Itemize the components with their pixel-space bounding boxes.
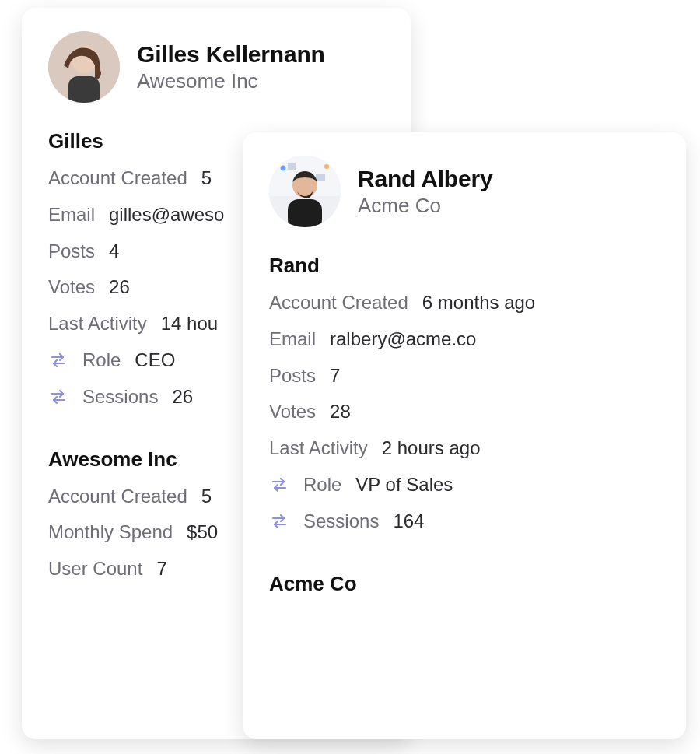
- field-value: 26: [109, 276, 130, 299]
- svg-point-7: [281, 166, 286, 171]
- field-label: Posts: [269, 365, 316, 388]
- field-label: Last Activity: [269, 437, 368, 460]
- field-label: Monthly Spend: [48, 521, 173, 544]
- field-label: Account Created: [269, 292, 408, 314]
- field-last-activity: Last Activity 2 hours ago: [269, 437, 660, 460]
- svg-rect-9: [288, 163, 296, 170]
- field-value: $50: [187, 521, 218, 544]
- profile-name: Gilles Kellernann: [137, 41, 325, 68]
- field-value: 26: [172, 386, 193, 409]
- field-value: 14 hou: [161, 313, 218, 335]
- field-value: gilles@aweso: [109, 204, 224, 226]
- field-label: Last Activity: [48, 313, 147, 335]
- profile-name: Rand Albery: [358, 166, 492, 192]
- field-label: Role: [82, 349, 121, 372]
- field-role: Role VP of Sales: [269, 474, 660, 496]
- field-label: Votes: [269, 401, 316, 423]
- svg-point-8: [324, 164, 329, 169]
- field-label: Account Created: [48, 486, 187, 508]
- field-account-created: Account Created 6 months ago: [269, 292, 660, 314]
- field-label: Votes: [48, 276, 95, 299]
- field-value: 5: [201, 167, 212, 190]
- title-block: Gilles Kellernann Awesome Inc: [137, 41, 325, 93]
- swap-icon: [48, 350, 68, 370]
- field-email: Email ralbery@acme.co: [269, 328, 660, 351]
- avatar: [269, 156, 341, 227]
- profile-company: Acme Co: [358, 194, 492, 218]
- field-value: CEO: [135, 349, 175, 372]
- swap-icon: [48, 387, 68, 407]
- field-label: Sessions: [303, 510, 379, 533]
- field-value: 5: [201, 486, 212, 508]
- field-value: 164: [393, 510, 424, 533]
- company-section-title: Acme Co: [269, 572, 660, 596]
- field-value: VP of Sales: [355, 474, 453, 496]
- field-value: 2 hours ago: [382, 437, 481, 460]
- field-label: Posts: [48, 240, 95, 263]
- person-section-title: Rand: [269, 254, 660, 278]
- swap-icon: [269, 511, 289, 531]
- profile-card-front: Rand Albery Acme Co Rand Account Created…: [243, 132, 686, 739]
- field-value: 7: [330, 365, 340, 388]
- profile-company: Awesome Inc: [137, 69, 325, 93]
- svg-rect-12: [288, 199, 322, 227]
- field-label: Account Created: [48, 167, 187, 190]
- card-header: Rand Albery Acme Co: [269, 156, 660, 227]
- avatar: [48, 31, 120, 103]
- field-posts: Posts 7: [269, 365, 660, 388]
- title-block: Rand Albery Acme Co: [358, 166, 492, 218]
- field-value: 7: [156, 558, 166, 580]
- field-value: ralbery@acme.co: [330, 328, 476, 351]
- field-label: User Count: [48, 558, 142, 580]
- field-label: Role: [303, 474, 341, 496]
- svg-rect-3: [68, 76, 100, 103]
- field-label: Sessions: [82, 386, 158, 409]
- field-value: 4: [109, 240, 119, 263]
- swap-icon: [269, 475, 289, 495]
- card-header: Gilles Kellernann Awesome Inc: [48, 31, 384, 103]
- field-value: 6 months ago: [422, 292, 535, 314]
- field-value: 28: [330, 401, 351, 423]
- field-sessions: Sessions 164: [269, 510, 660, 533]
- svg-rect-10: [316, 174, 325, 181]
- field-label: Email: [269, 328, 316, 351]
- field-label: Email: [48, 204, 95, 226]
- field-votes: Votes 28: [269, 401, 660, 423]
